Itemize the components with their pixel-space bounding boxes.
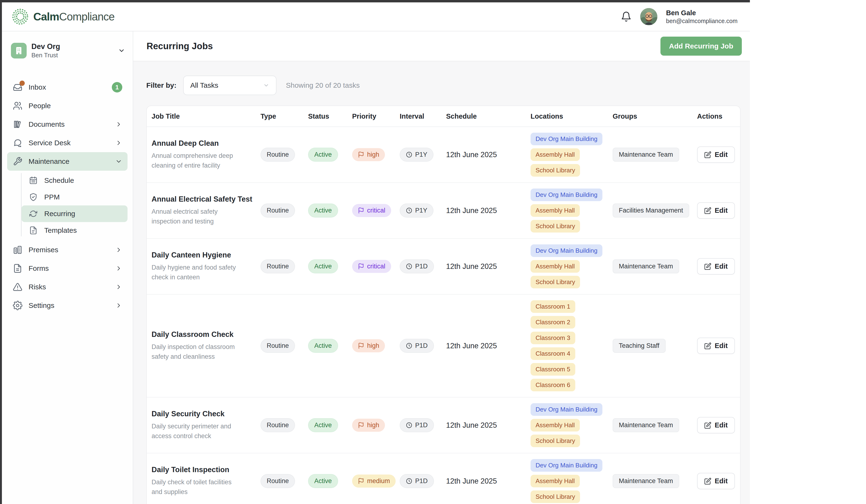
job-title-cell: Daily Toilet Inspection Daily check of t… [147,460,256,502]
location-badge: School Library [531,435,580,447]
chevron-right-icon [115,283,122,290]
job-title-cell: Daily Security Check Daily security peri… [147,404,256,446]
recurring-icon [29,209,38,218]
sidebar-item-maintenance[interactable]: Maintenance [7,152,127,171]
logo-swirl-icon [11,8,29,25]
locations-cell: Dev Org Main BuildingAssembly HallSchool… [526,239,608,294]
sidebar-item-forms[interactable]: Forms [7,259,127,278]
edit-icon [704,207,711,214]
inbox-icon [13,82,22,92]
location-badge: Assembly Hall [531,260,580,273]
sidebar-item-documents[interactable]: Documents [7,115,127,134]
sidebar-item-premises[interactable]: Premises [7,241,127,259]
locations-cell: Dev Org Main BuildingAssembly HallSchool… [526,183,608,238]
location-badge: Classroom 6 [531,379,575,391]
location-badge: Dev Org Main Building [531,403,602,416]
sidebar-item-service-desk[interactable]: Service Desk [7,134,127,152]
templates-icon [29,226,38,234]
table-row: Daily Canteen Hygiene Daily hygiene and … [147,238,740,294]
premises-icon [13,245,22,255]
priority-cell: high [348,413,396,437]
sidebar-item-templates[interactable]: Templates [21,222,127,239]
status-cell: Active [304,412,348,438]
column-header-type: Type [256,113,304,120]
location-badge: School Library [531,491,580,503]
table-row: Annual Electrical Safety Test Annual ele… [147,182,740,238]
edit-icon [704,342,711,350]
interval-badge: P1Y [400,148,433,162]
people-icon [13,101,22,111]
groups-cell: Maintenance Team [608,468,693,494]
notifications-bell-icon[interactable] [621,11,632,22]
column-header-actions: Actions [693,113,740,120]
sidebar-item-settings[interactable]: Settings [7,296,127,315]
user-block[interactable]: Ben Gale ben@calmcompliance.com [666,9,737,25]
job-title: Annual Electrical Safety Test [152,195,254,204]
schedule-cell: 12th June 2025 [442,415,526,435]
sidebar-item-label: People [29,102,51,110]
edit-icon [704,151,711,158]
locations-cell: Dev Org Main BuildingAssembly HallSchool… [526,454,608,504]
column-header-priority: Priority [348,113,396,120]
type-badge: Routine [260,339,295,353]
task-filter-value: All Tasks [190,81,219,89]
unread-dot [20,81,25,86]
job-description: Daily inspection of classroom safety and… [152,342,242,362]
interval-badge: P1Y [400,204,433,218]
interval-badge: P1D [400,259,434,273]
table-row: Annual Deep Clean Annual comprehensive d… [147,127,740,182]
column-header-status: Status [304,113,348,120]
interval-cell: P1D [396,254,442,279]
sidebar-item-recurring[interactable]: Recurring [21,205,127,222]
sidebar-item-label: Forms [29,264,49,273]
sidebar-item-risks[interactable]: Risks [7,278,127,296]
sidebar-item-people[interactable]: People [7,96,127,115]
flag-icon [358,207,364,214]
type-cell: Routine [256,142,304,167]
sidebar-item-label: Recurring [44,210,75,218]
location-badge: Classroom 2 [531,316,575,329]
interval-cell: P1Y [396,198,442,223]
edit-button[interactable]: Edit [697,202,735,219]
sidebar-item-ppm[interactable]: PPM [21,189,127,205]
location-badge: School Library [531,220,580,232]
edit-button[interactable]: Edit [697,473,735,489]
clock-icon [406,343,412,349]
page-content: Filter by: All Tasks Showing 20 of 20 ta… [133,61,750,504]
location-badge: Assembly Hall [531,148,580,161]
status-badge: Active [308,148,338,162]
location-badge: Classroom 3 [531,332,575,344]
status-badge: Active [308,204,338,218]
edit-button[interactable]: Edit [697,417,735,433]
add-recurring-job-button[interactable]: Add Recurring Job [660,37,742,56]
edit-button[interactable]: Edit [697,337,735,354]
sidebar-submenu-maintenance: SchedulePPMRecurringTemplates [7,172,127,239]
priority-cell: high [348,334,396,358]
chevron-right-icon [115,302,122,309]
sidebar-item-label: Maintenance [29,157,69,165]
table-row: Daily Toilet Inspection Daily check of t… [147,453,740,504]
edit-button[interactable]: Edit [697,147,735,163]
edit-button[interactable]: Edit [697,258,735,275]
schedule-cell: 12th June 2025 [442,145,526,165]
type-cell: Routine [256,198,304,223]
clock-icon [406,422,412,428]
main-area: Recurring Jobs Add Recurring Job Filter … [133,31,750,504]
interval-cell: P1Y [396,142,442,167]
priority-cell: high [348,142,396,167]
sidebar-item-schedule[interactable]: Schedule [21,172,127,189]
user-avatar[interactable] [640,8,657,25]
interval-cell: P1D [396,468,442,494]
sidebar-item-inbox[interactable]: Inbox1 [7,78,127,96]
org-switcher[interactable]: Dev Org Ben Trust [7,40,127,61]
status-cell: Active [304,468,348,494]
sidebar-item-label: Templates [44,226,77,234]
groups-cell: Teaching Staff [608,333,693,358]
job-title: Daily Classroom Check [152,330,254,339]
task-filter-select[interactable]: All Tasks [183,76,276,95]
job-title-cell: Annual Deep Clean Annual comprehensive d… [147,133,256,176]
flag-icon [358,263,364,270]
user-email: ben@calmcompliance.com [666,18,737,25]
page-title: Recurring Jobs [146,41,213,51]
schedule-date: 12th June 2025 [446,150,497,159]
